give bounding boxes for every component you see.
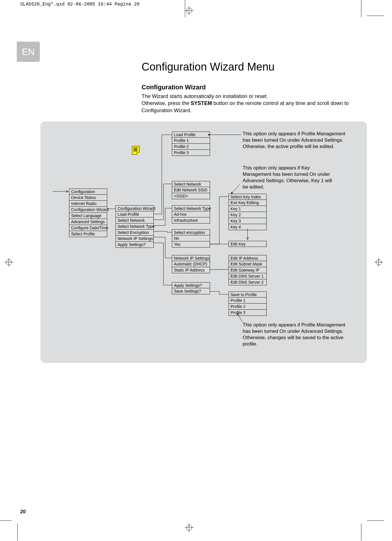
crop-mark bbox=[17, 523, 18, 541]
menu-item: Exit Key Editing bbox=[228, 200, 267, 206]
menu-item: Key 4 bbox=[228, 224, 267, 230]
menu-header: Load Profile bbox=[172, 132, 210, 138]
menu-ip-settings: Network IP Settings Automatic (DHCP) Sta… bbox=[172, 255, 210, 273]
menu-item: Key 1 bbox=[228, 206, 267, 212]
crop-mark bbox=[361, 0, 361, 17]
menu-item: Edit DNS Server 2 bbox=[228, 279, 267, 285]
menu-header: Apply Settings? bbox=[172, 282, 210, 288]
registration-mark bbox=[185, 523, 194, 532]
crop-mark bbox=[367, 16, 384, 16]
diagram-panel: Configuration Device Status Internet Rad… bbox=[40, 121, 367, 363]
registration-mark bbox=[5, 258, 13, 267]
menu-header: Select encryption bbox=[172, 229, 210, 235]
menu-item: Edit Network SSID bbox=[172, 187, 210, 193]
menu-encryption: Select encryption No Yes bbox=[172, 229, 210, 248]
menu-header: Network IP Settings bbox=[172, 255, 210, 261]
menu-item: No bbox=[172, 235, 210, 241]
page-title: Configuration Wizard Menu bbox=[142, 61, 361, 73]
text: The Wizard starts automatically on insta… bbox=[142, 93, 268, 99]
menu-header: Configuration bbox=[69, 189, 107, 195]
menu-item: Edit Gateway IP bbox=[228, 267, 267, 273]
annotation-save-profile: This option only appears if Profile Mana… bbox=[243, 322, 347, 347]
menu-item: Profile 2 bbox=[172, 144, 210, 150]
menu-item: Save Settings? bbox=[172, 288, 210, 294]
registration-mark bbox=[185, 6, 194, 15]
menu-item: Ad-hoc bbox=[172, 211, 210, 217]
menu-item: Edit Subnet Mask bbox=[228, 261, 267, 267]
menu-config-wizard: Configuration Wizard Load Profile Select… bbox=[116, 205, 154, 248]
menu-configuration: Configuration Device Status Internet Rad… bbox=[69, 189, 107, 237]
menu-header: Configuration Wizard bbox=[116, 205, 154, 211]
note-icon bbox=[132, 146, 140, 155]
menu-item: Edit DNS Server 1 bbox=[228, 273, 267, 279]
menu-item: Profile 2 bbox=[228, 304, 267, 310]
menu-apply-settings: Apply Settings? Save Settings? bbox=[172, 282, 210, 294]
svg-line-5 bbox=[231, 184, 240, 194]
menu-header: Select Network Type bbox=[172, 205, 210, 211]
language-tab: EN bbox=[17, 42, 40, 62]
menu-select-network: Select Network Edit Network SSID <SSID> bbox=[172, 181, 210, 199]
menu-item: Network IP Settings bbox=[116, 236, 154, 242]
menu-item: Profile 1 bbox=[228, 298, 267, 304]
menu-item: Profile 3 bbox=[172, 150, 210, 156]
menu-edit-key: Edit Key bbox=[228, 241, 267, 247]
menu-item: <SSID> bbox=[172, 193, 210, 199]
menu-item: Static IP Address bbox=[172, 267, 210, 273]
registration-mark bbox=[374, 258, 383, 267]
menu-network-type: Select Network Type Ad-hoc Infrastructur… bbox=[172, 205, 210, 224]
menu-item: Key 2 bbox=[228, 212, 267, 218]
menu-item: Load Profile bbox=[116, 211, 154, 217]
menu-item: Select Encryption bbox=[116, 230, 154, 236]
menu-item: Select Language bbox=[69, 213, 107, 219]
menu-save-profile: Save to Profile Profile 1 Profile 2 Prof… bbox=[228, 291, 267, 316]
menu-item: Device Status bbox=[69, 195, 107, 201]
menu-header: Edit Key bbox=[228, 241, 267, 247]
menu-item: Internet Radio bbox=[69, 201, 107, 207]
menu-item: Advanced Settings bbox=[69, 219, 107, 225]
menu-item: Key 3 bbox=[228, 218, 267, 224]
section-heading: Configuration Wizard bbox=[142, 84, 361, 91]
text-bold: SYSTEM bbox=[191, 100, 212, 106]
crop-mark bbox=[361, 523, 361, 541]
menu-item: Edit IP Address bbox=[228, 255, 267, 261]
intro-text: The Wizard starts automatically on insta… bbox=[142, 93, 361, 114]
menu-load-profile: Load Profile Profile 1 Profile 2 Profile… bbox=[172, 132, 210, 156]
menu-item: Apply Settings? bbox=[116, 242, 154, 248]
menu-header: Save to Profile bbox=[228, 291, 267, 298]
menu-header: Select Network bbox=[172, 181, 210, 187]
annotation-load-profile: This option only appears if Profile Mana… bbox=[243, 131, 347, 150]
menu-item: Profile 1 bbox=[172, 138, 210, 144]
menu-key-index: Select Key Index Exit Key Editing Key 1 … bbox=[228, 194, 267, 230]
crop-mark bbox=[367, 520, 384, 521]
text: Otherwise, press the bbox=[142, 100, 191, 106]
annotation-key: This option only appears if Key Manageme… bbox=[243, 165, 335, 190]
menu-item: Infrastructure bbox=[172, 217, 210, 224]
print-header: SLA5520_Eng*.qxd 02-06-2005 16:44 Pagina… bbox=[20, 2, 140, 7]
crop-mark bbox=[0, 520, 12, 521]
svg-line-7 bbox=[238, 315, 243, 322]
menu-item: Configuration Wizard bbox=[69, 207, 107, 213]
page-number: 20 bbox=[20, 509, 26, 515]
menu-item: Select Profile bbox=[69, 231, 107, 237]
menu-item: Automatic (DHCP) bbox=[172, 261, 210, 267]
menu-item: Configure Date/Time bbox=[69, 225, 107, 231]
menu-ip-edit: Edit IP Address Edit Subnet Mask Edit Ga… bbox=[228, 255, 267, 285]
menu-item: Profile 3 bbox=[228, 310, 267, 316]
menu-item: Yes bbox=[172, 241, 210, 248]
menu-header: Select Key Index bbox=[228, 194, 267, 200]
menu-item: Select Network bbox=[116, 217, 154, 224]
menu-item: Select Network Type bbox=[116, 224, 154, 230]
